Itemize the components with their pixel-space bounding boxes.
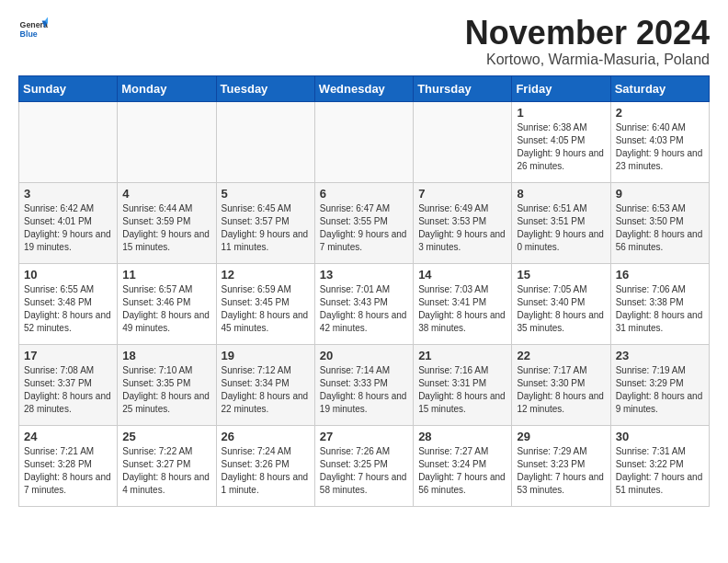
weekday-header-saturday: Saturday bbox=[610, 75, 709, 101]
calendar-cell: 28Sunrise: 7:27 AM Sunset: 3:24 PM Dayli… bbox=[414, 425, 512, 506]
day-info: Sunrise: 7:16 AM Sunset: 3:31 PM Dayligh… bbox=[418, 364, 506, 416]
calendar-cell: 25Sunrise: 7:22 AM Sunset: 3:27 PM Dayli… bbox=[118, 425, 216, 506]
day-number: 24 bbox=[24, 430, 112, 443]
day-info: Sunrise: 6:57 AM Sunset: 3:46 PM Dayligh… bbox=[122, 283, 210, 335]
day-number: 19 bbox=[222, 349, 310, 362]
day-number: 13 bbox=[320, 268, 408, 282]
day-info: Sunrise: 6:38 AM Sunset: 4:05 PM Dayligh… bbox=[517, 121, 605, 173]
calendar-week-2: 3Sunrise: 6:42 AM Sunset: 4:01 PM Daylig… bbox=[19, 182, 710, 263]
day-number: 26 bbox=[222, 430, 310, 443]
calendar-cell: 10Sunrise: 6:55 AM Sunset: 3:48 PM Dayli… bbox=[19, 263, 118, 344]
calendar-cell: 23Sunrise: 7:19 AM Sunset: 3:29 PM Dayli… bbox=[610, 344, 709, 425]
day-number: 18 bbox=[122, 349, 210, 362]
day-info: Sunrise: 7:01 AM Sunset: 3:43 PM Dayligh… bbox=[320, 283, 408, 335]
calendar-cell: 3Sunrise: 6:42 AM Sunset: 4:01 PM Daylig… bbox=[19, 182, 118, 263]
svg-text:Blue: Blue bbox=[20, 29, 38, 39]
calendar-cell: 18Sunrise: 7:10 AM Sunset: 3:35 PM Dayli… bbox=[118, 344, 216, 425]
calendar-cell: 14Sunrise: 7:03 AM Sunset: 3:41 PM Dayli… bbox=[414, 263, 512, 344]
day-info: Sunrise: 7:10 AM Sunset: 3:35 PM Dayligh… bbox=[122, 364, 210, 416]
calendar-cell: 15Sunrise: 7:05 AM Sunset: 3:40 PM Dayli… bbox=[512, 263, 610, 344]
day-number: 17 bbox=[24, 349, 112, 362]
weekday-header-monday: Monday bbox=[118, 75, 216, 101]
weekday-header-row: SundayMondayTuesdayWednesdayThursdayFrid… bbox=[19, 75, 710, 101]
day-info: Sunrise: 6:59 AM Sunset: 3:45 PM Dayligh… bbox=[222, 283, 310, 335]
day-number: 1 bbox=[517, 106, 605, 120]
calendar-cell bbox=[118, 101, 216, 182]
day-info: Sunrise: 6:51 AM Sunset: 3:51 PM Dayligh… bbox=[517, 202, 605, 254]
calendar-cell: 24Sunrise: 7:21 AM Sunset: 3:28 PM Dayli… bbox=[19, 425, 118, 506]
day-number: 5 bbox=[222, 187, 310, 201]
day-info: Sunrise: 6:49 AM Sunset: 3:53 PM Dayligh… bbox=[418, 202, 506, 254]
calendar-cell: 19Sunrise: 7:12 AM Sunset: 3:34 PM Dayli… bbox=[216, 344, 314, 425]
calendar-cell: 29Sunrise: 7:29 AM Sunset: 3:23 PM Dayli… bbox=[512, 425, 610, 506]
calendar-week-5: 24Sunrise: 7:21 AM Sunset: 3:28 PM Dayli… bbox=[19, 425, 710, 506]
calendar-cell: 21Sunrise: 7:16 AM Sunset: 3:31 PM Dayli… bbox=[414, 344, 512, 425]
weekday-header-sunday: Sunday bbox=[19, 75, 118, 101]
day-info: Sunrise: 7:14 AM Sunset: 3:33 PM Dayligh… bbox=[320, 364, 408, 416]
day-number: 15 bbox=[517, 268, 605, 282]
day-number: 20 bbox=[320, 349, 408, 362]
header: General Blue November 2024 Kortowo, Warm… bbox=[18, 15, 710, 68]
day-number: 6 bbox=[320, 187, 408, 201]
weekday-header-wednesday: Wednesday bbox=[314, 75, 413, 101]
calendar-cell: 1Sunrise: 6:38 AM Sunset: 4:05 PM Daylig… bbox=[512, 101, 610, 182]
day-number: 8 bbox=[517, 187, 605, 201]
day-info: Sunrise: 6:53 AM Sunset: 3:50 PM Dayligh… bbox=[616, 202, 704, 254]
day-number: 30 bbox=[616, 430, 704, 443]
day-info: Sunrise: 7:17 AM Sunset: 3:30 PM Dayligh… bbox=[517, 364, 605, 416]
day-info: Sunrise: 7:31 AM Sunset: 3:22 PM Dayligh… bbox=[616, 445, 704, 497]
calendar-cell: 4Sunrise: 6:44 AM Sunset: 3:59 PM Daylig… bbox=[118, 182, 216, 263]
calendar-cell bbox=[216, 101, 314, 182]
day-number: 10 bbox=[24, 268, 112, 282]
day-number: 29 bbox=[517, 430, 605, 443]
day-number: 12 bbox=[222, 268, 310, 282]
day-number: 27 bbox=[320, 430, 408, 443]
day-number: 16 bbox=[616, 268, 704, 282]
day-number: 4 bbox=[122, 187, 210, 201]
day-info: Sunrise: 6:40 AM Sunset: 4:03 PM Dayligh… bbox=[616, 121, 704, 173]
day-number: 28 bbox=[418, 430, 506, 443]
day-info: Sunrise: 6:55 AM Sunset: 3:48 PM Dayligh… bbox=[24, 283, 112, 335]
month-title: November 2024 bbox=[465, 15, 710, 52]
logo: General Blue bbox=[18, 15, 48, 44]
location: Kortowo, Warmia-Masuria, Poland bbox=[465, 52, 710, 68]
calendar-week-1: 1Sunrise: 6:38 AM Sunset: 4:05 PM Daylig… bbox=[19, 101, 710, 182]
calendar-cell: 16Sunrise: 7:06 AM Sunset: 3:38 PM Dayli… bbox=[610, 263, 709, 344]
calendar-week-4: 17Sunrise: 7:08 AM Sunset: 3:37 PM Dayli… bbox=[19, 344, 710, 425]
day-info: Sunrise: 7:22 AM Sunset: 3:27 PM Dayligh… bbox=[122, 445, 210, 497]
calendar-cell bbox=[314, 101, 413, 182]
weekday-header-friday: Friday bbox=[512, 75, 610, 101]
day-number: 2 bbox=[616, 106, 704, 120]
calendar-week-3: 10Sunrise: 6:55 AM Sunset: 3:48 PM Dayli… bbox=[19, 263, 710, 344]
calendar-cell: 26Sunrise: 7:24 AM Sunset: 3:26 PM Dayli… bbox=[216, 425, 314, 506]
day-info: Sunrise: 6:42 AM Sunset: 4:01 PM Dayligh… bbox=[24, 202, 112, 254]
title-area: November 2024 Kortowo, Warmia-Masuria, P… bbox=[465, 15, 710, 68]
day-number: 9 bbox=[616, 187, 704, 201]
day-info: Sunrise: 7:21 AM Sunset: 3:28 PM Dayligh… bbox=[24, 445, 112, 497]
calendar-cell: 9Sunrise: 6:53 AM Sunset: 3:50 PM Daylig… bbox=[610, 182, 709, 263]
calendar-cell: 12Sunrise: 6:59 AM Sunset: 3:45 PM Dayli… bbox=[216, 263, 314, 344]
day-number: 7 bbox=[418, 187, 506, 201]
calendar-cell: 20Sunrise: 7:14 AM Sunset: 3:33 PM Dayli… bbox=[314, 344, 413, 425]
day-number: 25 bbox=[122, 430, 210, 443]
day-info: Sunrise: 7:06 AM Sunset: 3:38 PM Dayligh… bbox=[616, 283, 704, 335]
day-number: 11 bbox=[122, 268, 210, 282]
calendar-cell bbox=[19, 101, 118, 182]
day-number: 14 bbox=[418, 268, 506, 282]
calendar-cell: 22Sunrise: 7:17 AM Sunset: 3:30 PM Dayli… bbox=[512, 344, 610, 425]
day-info: Sunrise: 7:24 AM Sunset: 3:26 PM Dayligh… bbox=[222, 445, 310, 497]
day-info: Sunrise: 7:12 AM Sunset: 3:34 PM Dayligh… bbox=[222, 364, 310, 416]
calendar-cell: 27Sunrise: 7:26 AM Sunset: 3:25 PM Dayli… bbox=[314, 425, 413, 506]
calendar-cell: 7Sunrise: 6:49 AM Sunset: 3:53 PM Daylig… bbox=[414, 182, 512, 263]
day-number: 22 bbox=[517, 349, 605, 362]
calendar-cell: 5Sunrise: 6:45 AM Sunset: 3:57 PM Daylig… bbox=[216, 182, 314, 263]
weekday-header-thursday: Thursday bbox=[414, 75, 512, 101]
day-number: 21 bbox=[418, 349, 506, 362]
calendar-cell: 2Sunrise: 6:40 AM Sunset: 4:03 PM Daylig… bbox=[610, 101, 709, 182]
day-info: Sunrise: 7:08 AM Sunset: 3:37 PM Dayligh… bbox=[24, 364, 112, 416]
calendar-cell bbox=[414, 101, 512, 182]
day-info: Sunrise: 7:29 AM Sunset: 3:23 PM Dayligh… bbox=[517, 445, 605, 497]
day-info: Sunrise: 7:19 AM Sunset: 3:29 PM Dayligh… bbox=[616, 364, 704, 416]
calendar-cell: 17Sunrise: 7:08 AM Sunset: 3:37 PM Dayli… bbox=[19, 344, 118, 425]
day-info: Sunrise: 6:44 AM Sunset: 3:59 PM Dayligh… bbox=[122, 202, 210, 254]
